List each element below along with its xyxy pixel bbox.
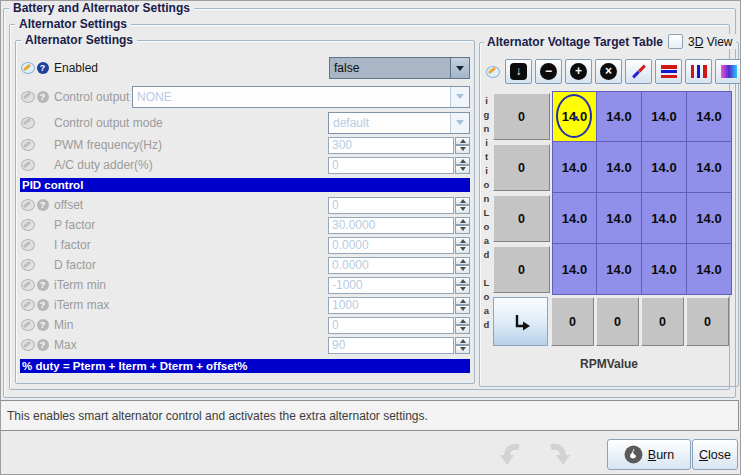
edit-bubble-icon <box>20 319 35 331</box>
edit-bubble-icon <box>20 259 35 271</box>
edit-bubble-icon <box>20 91 35 103</box>
table-cell[interactable]: 14.0 <box>597 142 642 193</box>
decrement-button[interactable]: − <box>535 59 562 84</box>
table-cell[interactable]: 14.0 <box>552 142 597 193</box>
increment-button[interactable]: + <box>565 59 592 84</box>
y-bin[interactable]: 0 <box>493 93 550 140</box>
x-bin[interactable]: 0 <box>641 297 684 346</box>
chevron-down-icon[interactable] <box>450 58 469 78</box>
x-axis-label: RPMValue <box>480 357 738 371</box>
table-cell[interactable]: 14.0 <box>552 193 597 244</box>
ac-duty-adder-spinner <box>328 157 470 174</box>
table-cell-selected[interactable]: 14.0 <box>552 91 597 142</box>
form-row-offset: ? offset <box>18 195 472 215</box>
field-label: Enabled <box>54 61 98 75</box>
edit-bubble-icon <box>20 62 35 74</box>
form-row-i-factor: I factor <box>18 235 472 255</box>
group-voltage-target-table: Alternator Voltage Target Table 3D View … <box>479 42 739 387</box>
table-cell[interactable]: 14.0 <box>597 91 642 142</box>
group-title-battery-alternator: Battery and Alternator Settings <box>9 1 194 15</box>
table-cell[interactable]: 14.0 <box>642 193 687 244</box>
group-alternator-settings: Alternator Settings ? Enabled false ? Co… <box>15 40 475 384</box>
edit-bubble-icon <box>20 239 35 251</box>
p-factor-spinner <box>328 217 470 234</box>
form-row-pwm-frequency: PWM frequency(Hz) <box>18 135 472 155</box>
spin-down-icon <box>455 225 470 234</box>
y-bin[interactable]: 0 <box>493 144 550 191</box>
iterm-max-spinner <box>328 297 470 314</box>
control-output-mode-combobox: default <box>328 112 470 134</box>
view-3d-label: 3D View <box>688 35 733 49</box>
h-stripes-icon <box>661 65 677 78</box>
edit-bubble-icon <box>20 199 35 211</box>
down-arrow-button[interactable]: ↓ <box>505 59 532 84</box>
edit-bubble-icon <box>20 299 35 311</box>
spin-up-icon <box>455 297 470 306</box>
plus-icon: + <box>570 63 587 80</box>
close-button[interactable]: Close <box>692 439 738 470</box>
help-icon: ? <box>35 299 50 311</box>
view-3d-checkbox[interactable] <box>668 34 683 49</box>
table-cell[interactable]: 14.0 <box>642 142 687 193</box>
table-cell[interactable]: 14.0 <box>597 244 642 295</box>
help-icon: ? <box>35 319 50 331</box>
edit-bubble-icon <box>483 66 502 78</box>
help-icon[interactable]: ? <box>35 62 50 74</box>
interpolate-columns-button[interactable] <box>685 59 712 84</box>
axis-corner-button[interactable] <box>493 297 548 346</box>
table-cell[interactable]: 14.0 <box>552 244 597 295</box>
spin-up-icon <box>455 257 470 266</box>
enabled-combobox[interactable]: false <box>329 57 470 79</box>
form-row-p-factor: P factor <box>18 215 472 235</box>
pid-control-section-header: PID control <box>20 178 470 192</box>
spin-down-icon <box>455 205 470 214</box>
pencil-icon <box>631 64 647 80</box>
offset-spinner <box>328 197 470 214</box>
field-label: Max <box>54 338 77 352</box>
spin-down-icon <box>455 305 470 314</box>
burn-button[interactable]: Burn <box>607 439 691 470</box>
clear-button[interactable]: × <box>595 59 622 84</box>
y-bin[interactable]: 0 <box>493 246 550 293</box>
field-label: iTerm min <box>54 278 106 292</box>
spin-down-icon <box>455 325 470 334</box>
form-row-control-output: ? Control output NONE <box>18 83 472 110</box>
table-cell[interactable]: 14.0 <box>687 142 732 193</box>
minus-icon: − <box>540 63 557 80</box>
table-cell[interactable]: 14.0 <box>687 193 732 244</box>
field-label: Control output <box>54 90 129 104</box>
form-row-d-factor: D factor <box>18 255 472 275</box>
status-bar: This enables smart alternator control an… <box>0 400 739 431</box>
spin-down-icon <box>455 345 470 354</box>
x-bin[interactable]: 0 <box>686 297 729 346</box>
field-label: iTerm max <box>54 298 109 312</box>
spin-down-icon <box>455 145 470 154</box>
x-bin[interactable]: 0 <box>596 297 639 346</box>
group-title-alternator-settings-outer: Alternator Settings <box>15 17 131 31</box>
table-cell[interactable]: 14.0 <box>642 244 687 295</box>
help-icon: ? <box>35 279 50 291</box>
form-row-control-output-mode: Control output mode default <box>18 110 472 135</box>
d-factor-spinner <box>328 257 470 274</box>
spin-up-icon <box>455 157 470 166</box>
table-cell[interactable]: 14.0 <box>687 91 732 142</box>
table-cell[interactable]: 14.0 <box>687 244 732 295</box>
table-cell[interactable]: 14.0 <box>597 193 642 244</box>
edit-bubble-icon <box>20 279 35 291</box>
interpolate-rows-button[interactable] <box>655 59 682 84</box>
field-label: I factor <box>54 238 91 252</box>
edit-bubble-icon <box>20 339 35 351</box>
form-row-max: ? Max <box>18 335 472 355</box>
v-stripes-icon <box>691 65 707 78</box>
table-toolbar: ↓ − + × <box>483 59 741 84</box>
field-label: Min <box>54 318 73 332</box>
down-arrow-icon: ↓ <box>510 63 527 80</box>
spin-up-icon <box>455 137 470 146</box>
control-output-combobox: NONE <box>132 86 470 108</box>
interpolate-table-button[interactable] <box>715 59 741 84</box>
table-cell[interactable]: 14.0 <box>642 91 687 142</box>
x-icon: × <box>600 63 617 80</box>
y-bin[interactable]: 0 <box>493 195 550 242</box>
edit-value-button[interactable] <box>625 59 652 84</box>
x-bin[interactable]: 0 <box>551 297 594 346</box>
